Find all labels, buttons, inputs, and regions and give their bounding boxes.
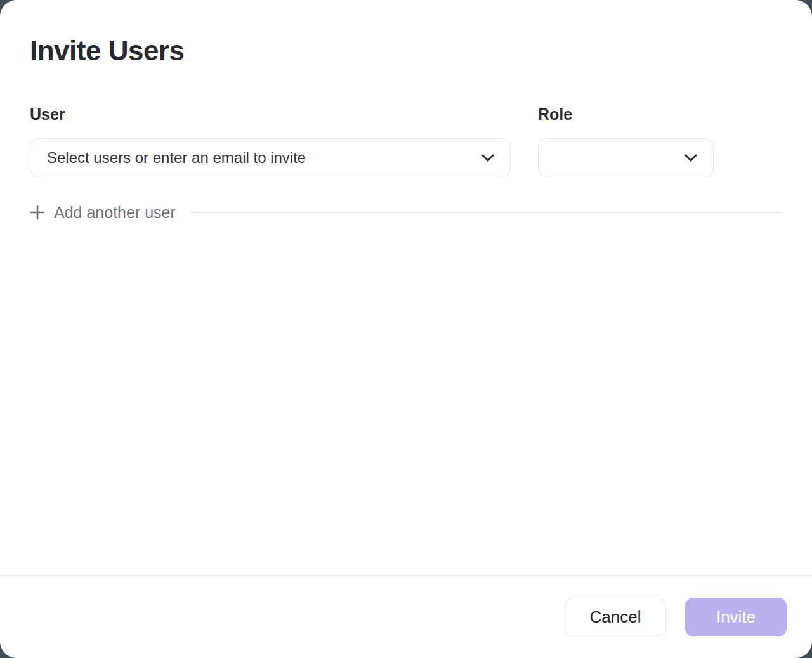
cancel-button[interactable]: Cancel	[565, 598, 666, 636]
invite-button[interactable]: Invite	[685, 598, 787, 636]
add-user-divider	[191, 212, 782, 213]
user-field-label: User	[30, 105, 65, 124]
plus-icon	[30, 205, 45, 220]
add-user-row: Add another user	[30, 203, 782, 222]
page-title: Invite Users	[30, 35, 184, 67]
add-another-user-label: Add another user	[54, 203, 176, 222]
chevron-down-icon	[684, 151, 698, 165]
footer-divider	[0, 575, 812, 576]
user-select-dropdown[interactable]: Select users or enter an email to invite	[30, 138, 511, 177]
add-another-user-button[interactable]: Add another user	[30, 203, 176, 222]
invite-users-modal: Invite Users User Role Select users or e…	[0, 0, 812, 658]
user-select-placeholder: Select users or enter an email to invite	[47, 149, 481, 167]
role-select-dropdown[interactable]	[538, 138, 714, 177]
chevron-down-icon	[481, 151, 495, 165]
role-field-label: Role	[538, 105, 572, 124]
